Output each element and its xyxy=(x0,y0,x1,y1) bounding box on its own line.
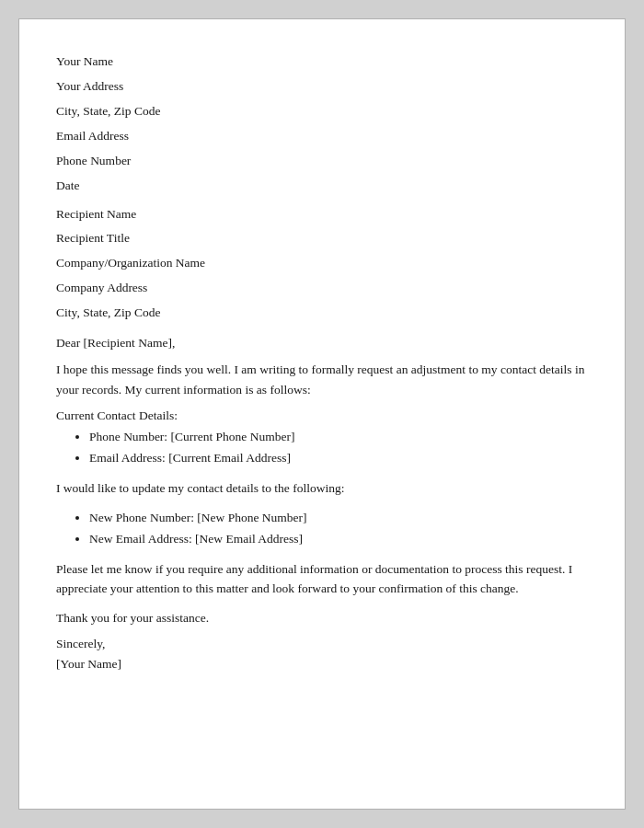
body-paragraph-1: I hope this message finds you well. I am… xyxy=(56,360,588,399)
list-item: New Phone Number: [New Phone Number] xyxy=(89,508,588,529)
recipient-address: Company Address xyxy=(56,279,588,298)
sender-address: Your Address xyxy=(56,77,588,97)
new-details-list: New Phone Number: [New Phone Number] New… xyxy=(56,508,588,550)
current-details-label: Current Contact Details: xyxy=(56,408,588,423)
list-item: Email Address: [Current Email Address] xyxy=(89,448,588,469)
body-paragraph-2: Please let me know if you require any ad… xyxy=(56,559,588,599)
sender-phone: Phone Number xyxy=(56,152,588,171)
closing-line: Sincerely, xyxy=(56,637,588,651)
recipient-title: Recipient Title xyxy=(56,229,588,248)
thanks-line: Thank you for your assistance. xyxy=(56,608,588,628)
salutation: Dear [Recipient Name], xyxy=(56,336,588,351)
current-details-list: Phone Number: [Current Phone Number] Ema… xyxy=(56,427,588,469)
list-item: Phone Number: [Current Phone Number] xyxy=(89,427,588,448)
list-item: New Email Address: [New Email Address] xyxy=(89,529,588,550)
letter-date: Date xyxy=(56,177,588,196)
recipient-name: Recipient Name xyxy=(56,205,588,224)
sender-city-state-zip: City, State, Zip Code xyxy=(56,102,588,121)
update-intro: I would like to update my contact detail… xyxy=(56,478,588,499)
sender-email: Email Address xyxy=(56,127,588,146)
letter-document: Your Name Your Address City, State, Zip … xyxy=(18,18,626,810)
recipient-company: Company/Organization Name xyxy=(56,254,588,273)
sender-name: Your Name xyxy=(56,52,588,72)
signature-line: [Your Name] xyxy=(56,657,588,672)
recipient-city-state-zip: City, State, Zip Code xyxy=(56,304,588,323)
